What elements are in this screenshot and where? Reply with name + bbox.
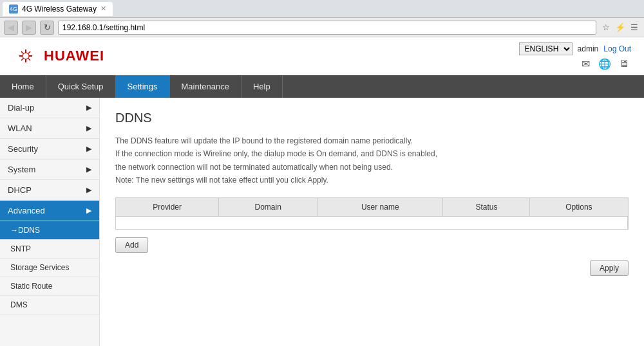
sidebar-item-system[interactable]: System ▶: [0, 159, 99, 180]
language-select[interactable]: ENGLISH: [519, 42, 573, 55]
address-bar[interactable]: [58, 21, 596, 35]
desc-line-1: The DDNS feature will update the IP boun…: [115, 134, 629, 147]
nav-settings[interactable]: Settings: [116, 75, 170, 98]
extensions-icon[interactable]: ⚡: [614, 22, 626, 33]
desc-line-2: If the connection mode is Wireline only,…: [115, 147, 629, 160]
ddns-table: Provider Domain User name Status Options: [116, 198, 628, 230]
svg-line-7: [28, 51, 30, 54]
content-area: Dial-up ▶ WLAN ▶ Security ▶ System ▶ DHC…: [0, 98, 644, 346]
logo-area: HUAWEI: [13, 46, 104, 66]
page-header: HUAWEI ENGLISH admin Log Out ✉ 🌐 🖥: [0, 37, 644, 75]
back-button[interactable]: ◀: [4, 21, 18, 35]
email-icon[interactable]: ✉: [578, 58, 592, 69]
bookmark-icon[interactable]: ☆: [600, 22, 612, 33]
sidebar-advanced-arrow: ▶: [86, 206, 91, 215]
svg-line-6: [28, 58, 30, 60]
menu-icon[interactable]: ☰: [629, 22, 640, 33]
sidebar-security-arrow: ▶: [86, 145, 91, 153]
col-username: User name: [317, 198, 443, 217]
svg-line-5: [21, 51, 24, 54]
sidebar-sub-dms[interactable]: DMS: [0, 296, 99, 314]
sidebar-system-label: System: [8, 165, 35, 174]
nav-maintenance[interactable]: Maintenance: [170, 75, 242, 98]
main-content: DDNS The DDNS feature will update the IP…: [100, 98, 644, 346]
desc-line-4: Note: The new settings will not take eff…: [115, 174, 629, 187]
col-provider: Provider: [116, 198, 219, 217]
nav-home[interactable]: Home: [0, 75, 46, 98]
forward-button[interactable]: ▶: [22, 21, 36, 35]
button-area: Add: [115, 237, 629, 253]
table-empty-row: [116, 216, 628, 229]
sidebar: Dial-up ▶ WLAN ▶ Security ▶ System ▶ DHC…: [0, 98, 100, 346]
sidebar-item-security[interactable]: Security ▶: [0, 139, 99, 159]
sidebar-wlan-label: WLAN: [8, 123, 32, 133]
toolbar-icons: ☆ ⚡ ☰: [600, 22, 640, 33]
sidebar-system-arrow: ▶: [86, 165, 91, 174]
description: The DDNS feature will update the IP boun…: [115, 134, 629, 187]
page-title: DDNS: [115, 111, 629, 125]
browser-toolbar: ◀ ▶ ↻ ☆ ⚡ ☰: [0, 18, 644, 37]
ddns-table-container: Provider Domain User name Status Options: [115, 197, 629, 230]
logo-text: HUAWEI: [44, 48, 104, 64]
logout-link[interactable]: Log Out: [603, 44, 631, 53]
sidebar-item-dialup[interactable]: Dial-up ▶: [0, 98, 99, 118]
page: HUAWEI ENGLISH admin Log Out ✉ 🌐 🖥 Home …: [0, 37, 644, 346]
sidebar-dhcp-arrow: ▶: [86, 186, 91, 194]
svg-line-8: [21, 58, 24, 60]
sidebar-dhcp-label: DHCP: [8, 185, 32, 195]
browser-tab[interactable]: 4G 4G Wireless Gateway ✕: [3, 2, 113, 16]
huawei-logo-icon: [13, 46, 39, 66]
header-right: ENGLISH admin Log Out ✉ 🌐 🖥: [519, 42, 631, 69]
sidebar-security-label: Security: [8, 144, 38, 154]
admin-label: admin: [578, 44, 599, 53]
sidebar-sub-static-route[interactable]: Static Route: [0, 277, 99, 296]
monitor-icon[interactable]: 🖥: [617, 58, 631, 69]
sidebar-wlan-arrow: ▶: [86, 124, 91, 132]
sidebar-sub-storage[interactable]: Storage Services: [0, 259, 99, 277]
web-icon[interactable]: 🌐: [598, 58, 612, 69]
sidebar-sub-ddns[interactable]: →DDNS: [0, 221, 99, 240]
reload-button[interactable]: ↻: [40, 21, 54, 35]
sidebar-dialup-arrow: ▶: [86, 104, 91, 112]
col-status: Status: [443, 198, 530, 217]
sidebar-sub-sntp[interactable]: SNTP: [0, 240, 99, 259]
col-domain: Domain: [219, 198, 317, 217]
col-options: Options: [530, 198, 628, 217]
sidebar-dialup-label: Dial-up: [8, 103, 34, 113]
browser-chrome: 4G 4G Wireless Gateway ✕: [0, 0, 644, 18]
nav-quick-setup[interactable]: Quick Setup: [46, 75, 116, 98]
nav-bar: Home Quick Setup Settings Maintenance He…: [0, 75, 644, 98]
sidebar-item-dhcp[interactable]: DHCP ▶: [0, 180, 99, 201]
header-icons: ✉ 🌐 🖥: [578, 58, 631, 69]
tab-title: 4G Wireless Gateway: [22, 5, 97, 14]
sidebar-item-advanced[interactable]: Advanced ▶: [0, 201, 99, 221]
apply-button[interactable]: Apply: [590, 260, 629, 276]
nav-help[interactable]: Help: [242, 75, 283, 98]
add-button[interactable]: Add: [115, 237, 148, 253]
tab-favicon: 4G: [9, 5, 18, 14]
sidebar-item-wlan[interactable]: WLAN ▶: [0, 118, 99, 139]
header-top-right: ENGLISH admin Log Out: [519, 42, 631, 55]
tab-close-icon[interactable]: ✕: [100, 5, 106, 13]
desc-line-3: the network connection will not be termi…: [115, 161, 629, 174]
sidebar-advanced-label: Advanced: [8, 206, 45, 215]
